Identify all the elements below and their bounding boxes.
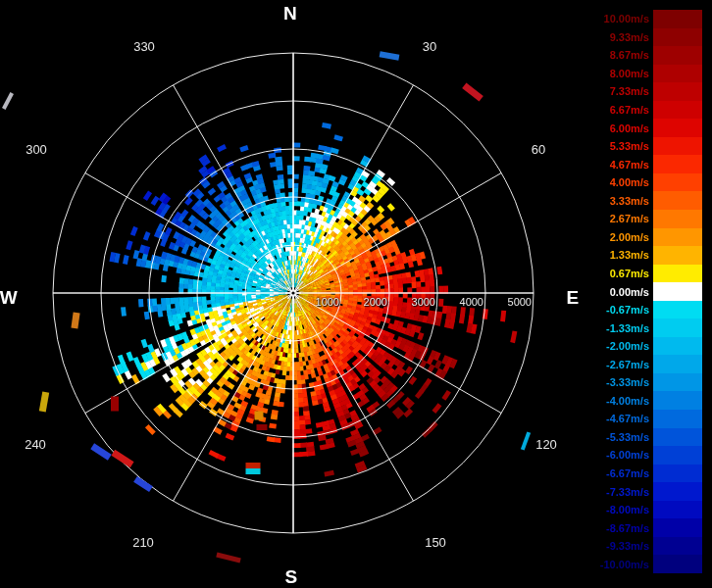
compass-label-west: W <box>0 287 18 309</box>
colorbar-tick-label: -5.33m/s <box>606 431 649 443</box>
colorbar-tick-label: -0.67m/s <box>606 304 649 316</box>
radar-plot-canvas <box>0 0 628 588</box>
range-label-2000: 2000 <box>348 296 387 308</box>
colorbar-tick-label: -4.67m/s <box>606 413 649 424</box>
colorbar-segment <box>653 46 702 65</box>
degree-label-30: 30 <box>423 39 436 54</box>
colorbar-segment <box>653 518 702 537</box>
colorbar-segment <box>653 101 702 120</box>
colorbar-segment <box>653 355 702 373</box>
colorbar-segment <box>653 119 702 137</box>
colorbar-segment <box>653 210 702 228</box>
colorbar-segment <box>653 137 702 156</box>
degree-label-60: 60 <box>532 142 545 157</box>
colorbar-tick-label: -3.33m/s <box>606 376 649 388</box>
colorbar-segment <box>653 373 702 392</box>
colorbar-segment <box>653 501 702 519</box>
colorbar-tick-label: 9.33m/s <box>610 31 649 43</box>
colorbar-segment <box>653 28 702 47</box>
colorbar-tick-label: -6.67m/s <box>606 467 649 479</box>
colorbar-segment <box>653 282 702 301</box>
colorbar-tick-label: 10.00m/s <box>604 13 649 24</box>
colorbar-tick-label: 8.00m/s <box>610 68 649 79</box>
colorbar-tick-label: -10.00m/s <box>600 559 649 570</box>
colorbar-tick-label: -2.67m/s <box>606 359 649 370</box>
colorbar-segment <box>653 65 702 83</box>
compass-label-south: S <box>284 566 297 588</box>
colorbar-segment <box>653 246 702 265</box>
velocity-speck <box>257 424 268 430</box>
colorbar-segment <box>653 465 702 483</box>
colorbar-segment <box>653 10 702 28</box>
colorbar-segment <box>653 337 702 356</box>
colorbar-tick-label: 3.33m/s <box>610 195 649 207</box>
range-label-1000: 1000 <box>300 296 339 308</box>
degree-label-240: 240 <box>25 437 46 452</box>
colorbar-tick-label: -4.00m/s <box>606 395 649 407</box>
colorbar-tick-label: -9.33m/s <box>606 540 649 552</box>
colorbar-tick-label: 4.00m/s <box>610 176 649 188</box>
colorbar-segment <box>653 446 702 465</box>
colorbar-tick-label: 5.33m/s <box>610 140 649 152</box>
colorbar-segment <box>653 173 702 192</box>
velocity-speck <box>111 397 119 412</box>
colorbar-tick-label: 7.33m/s <box>610 85 649 97</box>
range-label-4000: 4000 <box>444 296 483 308</box>
colorbar-segment <box>653 428 702 447</box>
range-label-3000: 3000 <box>396 296 435 308</box>
degree-label-150: 150 <box>425 535 446 550</box>
colorbar-segment <box>653 391 702 410</box>
colorbar-tick-label: 0.00m/s <box>610 286 649 298</box>
colorbar-segment <box>653 228 702 247</box>
colorbar-tick-label: 6.00m/s <box>610 122 649 134</box>
colorbar-tick-label: 8.67m/s <box>610 49 649 61</box>
colorbar-segment <box>653 191 702 210</box>
colorbar-segment <box>653 555 702 573</box>
colorbar-tick-label: -2.00m/s <box>606 340 649 352</box>
colorbar-tick-label: -8.00m/s <box>606 504 649 515</box>
colorbar-tick-label: -8.67m/s <box>606 522 649 534</box>
colorbar-segment <box>653 82 702 101</box>
colorbar-tick-label: 1.33m/s <box>610 249 649 261</box>
colorbar-tick-label: -6.00m/s <box>606 449 649 461</box>
range-label-5000: 5000 <box>492 296 532 308</box>
velocity-speck <box>255 412 264 420</box>
radar-velocity-window: N E S W 30 60 120 150 210 240 300 330 10… <box>0 0 712 588</box>
degree-label-120: 120 <box>535 437 557 452</box>
colorbar-segment <box>653 301 702 319</box>
colorbar <box>653 10 702 573</box>
colorbar-tick-label: -1.33m/s <box>606 322 649 334</box>
colorbar-segment <box>653 410 702 428</box>
colorbar-tick-label: 2.67m/s <box>610 213 649 224</box>
colorbar-tick-label: 4.67m/s <box>610 159 649 171</box>
colorbar-segment <box>653 155 702 173</box>
degree-label-210: 210 <box>132 535 154 550</box>
colorbar-segment <box>653 318 702 337</box>
degree-label-330: 330 <box>133 39 155 54</box>
colorbar-tick-label: 0.67m/s <box>610 268 649 279</box>
colorbar-segment <box>653 537 702 556</box>
degree-label-300: 300 <box>25 142 47 157</box>
colorbar-segment <box>653 482 702 501</box>
colorbar-tick-label: -7.33m/s <box>606 486 649 498</box>
compass-label-north: N <box>283 3 297 24</box>
compass-label-east: E <box>566 287 579 309</box>
velocity-speck <box>246 468 261 474</box>
colorbar-segment <box>653 265 702 283</box>
colorbar-tick-label: 6.67m/s <box>610 104 649 116</box>
colorbar-tick-label: 2.00m/s <box>610 231 649 243</box>
